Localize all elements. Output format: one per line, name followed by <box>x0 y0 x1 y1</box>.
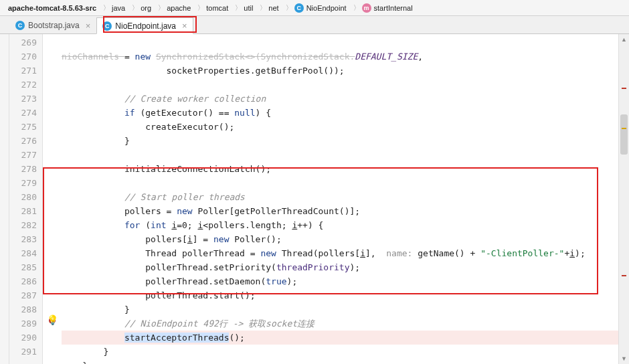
breadcrumb-item[interactable]: util <box>240 1 258 15</box>
breadcrumb-bar: apache-tomcat-8.5.63-src 〉 java 〉 org 〉 … <box>0 0 629 16</box>
class-icon: C <box>102 21 112 31</box>
scrollbar-marker <box>622 128 626 129</box>
chevron-right-icon: 〉 <box>260 1 263 15</box>
scrollbar-marker <box>622 88 626 89</box>
chevron-right-icon: 〉 <box>197 1 201 15</box>
chevron-right-icon: 〉 <box>158 1 161 15</box>
close-icon[interactable]: × <box>86 21 91 31</box>
code-editor[interactable]: 269 270 271 272 273 274 275 276 277 278 … <box>0 34 629 364</box>
tab-label: NioEndpoint.java <box>115 21 176 31</box>
chevron-right-icon: 〉 <box>103 1 106 15</box>
breadcrumb-item[interactable]: apache-tomcat-8.5.63-src <box>4 1 102 15</box>
breadcrumb-item[interactable]: net <box>264 1 284 15</box>
close-icon[interactable]: × <box>182 21 187 31</box>
breadcrumb-item[interactable]: mstartInternal <box>358 1 418 15</box>
chevron-right-icon: 〉 <box>132 1 135 15</box>
annotation-highlight-box <box>43 167 598 294</box>
breadcrumb-item[interactable]: apache <box>163 1 196 15</box>
method-icon: m <box>362 3 371 13</box>
intention-bulb-icon[interactable]: 💡 <box>47 314 58 325</box>
breadcrumb-item[interactable]: tomcat <box>202 1 234 15</box>
scrollbar-thumb[interactable] <box>620 114 628 155</box>
scroll-down-icon[interactable]: ▼ <box>619 353 629 364</box>
scroll-up-icon[interactable]: ▲ <box>619 34 629 45</box>
tab-nioendpoint[interactable]: C NioEndpoint.java × <box>96 17 193 34</box>
class-icon: C <box>294 3 304 13</box>
breadcrumb-item[interactable]: java <box>108 1 130 15</box>
line-number-gutter: 269 270 271 272 273 274 275 276 277 278 … <box>9 34 43 364</box>
chevron-right-icon: 〉 <box>286 1 289 15</box>
scrollbar-vertical[interactable]: ▲ ▼ <box>618 34 629 364</box>
breadcrumb-item[interactable]: org <box>137 1 157 15</box>
chevron-right-icon: 〉 <box>235 1 238 15</box>
icon-gutter: 💡 <box>43 34 62 364</box>
tab-label: Bootstrap.java <box>28 21 80 30</box>
side-gutter <box>0 34 9 364</box>
chevron-right-icon: 〉 <box>353 1 357 15</box>
scrollbar-marker <box>622 275 626 276</box>
editor-tabs: C Bootstrap.java × C NioEndpoint.java × <box>0 16 629 34</box>
code-area[interactable]: nioChannels = new SynchronizedStack<>(Sy… <box>62 34 629 364</box>
class-icon: C <box>15 21 25 30</box>
breadcrumb-item[interactable]: CNioEndpoint <box>290 1 352 15</box>
tab-bootstrap[interactable]: C Bootstrap.java × <box>9 17 96 33</box>
